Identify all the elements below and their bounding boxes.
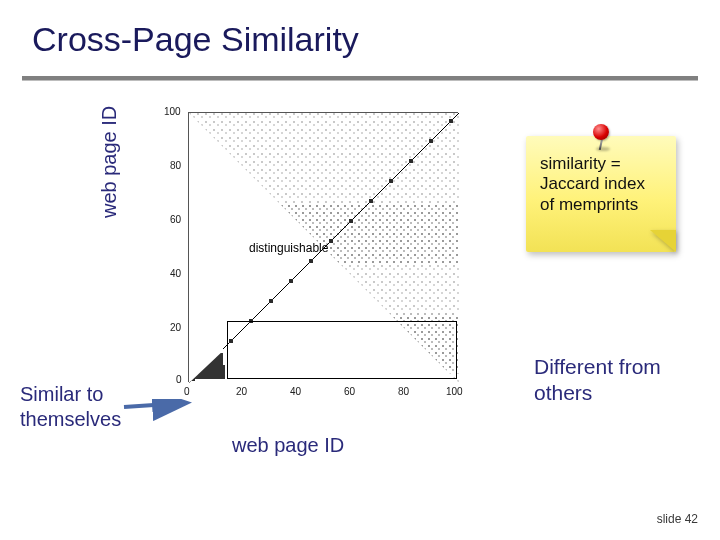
x-tick: 0 <box>184 386 190 397</box>
x-tick: 100 <box>446 386 463 397</box>
x-tick: 80 <box>398 386 409 397</box>
arrow-icon <box>122 399 192 435</box>
slide-number: slide 42 <box>657 512 698 526</box>
svg-line-29 <box>124 403 184 407</box>
y-tick: 40 <box>170 268 181 279</box>
y-tick: 100 <box>164 106 181 117</box>
svg-rect-22 <box>409 159 413 163</box>
annotation-line: others <box>534 380 661 406</box>
x-axis-label: web page ID <box>232 434 344 457</box>
annotation-line: Similar to <box>20 382 121 407</box>
slide: Cross-Page Similarity web page ID 100 80… <box>0 0 720 540</box>
y-axis-label: web page ID <box>98 106 121 218</box>
similarity-heatmap: distinguishable <box>188 112 458 382</box>
svg-rect-16 <box>289 279 293 283</box>
pushpin-icon <box>590 124 612 152</box>
svg-rect-15 <box>269 299 273 303</box>
annotation-similar-to-themselves: Similar to themselves <box>20 382 121 432</box>
region-different-from-others <box>227 321 457 379</box>
chart-area: 100 80 60 40 20 0 <box>152 102 468 418</box>
svg-rect-18 <box>329 239 333 243</box>
svg-rect-24 <box>449 119 453 123</box>
x-tick: 40 <box>290 386 301 397</box>
svg-rect-20 <box>369 199 373 203</box>
svg-rect-19 <box>349 219 353 223</box>
x-tick: 20 <box>236 386 247 397</box>
sticky-line: similarity = <box>540 154 666 174</box>
svg-rect-21 <box>389 179 393 183</box>
y-tick: 0 <box>176 374 182 385</box>
y-tick: 60 <box>170 214 181 225</box>
sticky-curl <box>650 230 676 252</box>
annotation-different-from-others: Different from others <box>534 354 661 407</box>
y-tick: 80 <box>170 160 181 171</box>
sticky-line: Jaccard index <box>540 174 666 194</box>
title-rule <box>22 76 698 81</box>
page-title: Cross-Page Similarity <box>32 20 359 59</box>
annotation-line: Different from <box>534 354 661 380</box>
svg-rect-17 <box>309 259 313 263</box>
svg-rect-23 <box>429 139 433 143</box>
x-tick: 60 <box>344 386 355 397</box>
plot-annotation-distinguishable: distinguishable <box>249 241 328 255</box>
sticky-note-similarity: similarity = Jaccard index of memprints <box>526 126 676 256</box>
sticky-line: of memprints <box>540 195 666 215</box>
annotation-line: themselves <box>20 407 121 432</box>
y-tick: 20 <box>170 322 181 333</box>
